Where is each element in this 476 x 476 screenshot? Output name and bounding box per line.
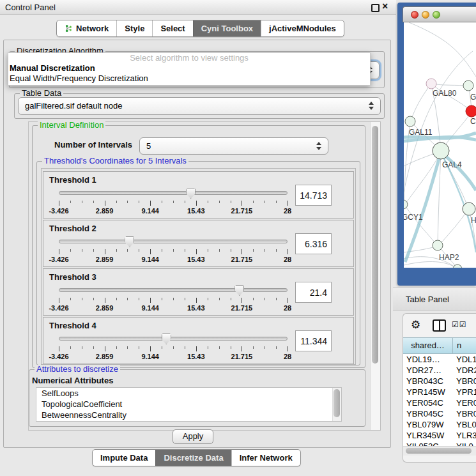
- network-node[interactable]: [433, 240, 443, 250]
- node-label: GAL80: [433, 89, 457, 98]
- node-label: GCY1: [404, 213, 423, 222]
- network-window-titlebar[interactable]: [403, 6, 476, 22]
- threshold-slider[interactable]: [59, 284, 288, 296]
- table-data-combo[interactable]: galFiltered.sif default node: [18, 97, 381, 115]
- tick-mark: [242, 346, 242, 351]
- list-scrollbar[interactable]: [332, 388, 341, 421]
- column-header[interactable]: shared…: [403, 338, 453, 353]
- attribute-item[interactable]: TopologicalCoefficient: [36, 399, 341, 410]
- tick-mark: [231, 346, 231, 349]
- minimize-traffic-light-icon[interactable]: [422, 11, 429, 19]
- table-row[interactable]: YDR27…YDR2: [403, 365, 476, 376]
- slider-thumb[interactable]: [186, 188, 196, 199]
- float-window-icon[interactable]: [371, 4, 380, 12]
- slider-thumb[interactable]: [125, 236, 134, 247]
- table-row[interactable]: YBR045CYBR0: [403, 408, 476, 419]
- zoom-traffic-light-icon[interactable]: [433, 11, 440, 19]
- tick-mark: [208, 249, 208, 252]
- slider-thumb[interactable]: [234, 285, 244, 296]
- horizontal-scrollbar[interactable]: [403, 446, 476, 456]
- tick-label: 2.859: [96, 304, 114, 312]
- tick-label: 21.715: [231, 256, 253, 263]
- checkbox-icons[interactable]: ☑☑: [452, 320, 467, 329]
- tab-impute-data[interactable]: Impute Data: [93, 450, 155, 466]
- tab-network[interactable]: Network: [57, 20, 116, 36]
- table-panel-box: ⚙ ☑☑ shared…n YDL19…YDL1YDR27…YDR2YBR043…: [403, 313, 476, 463]
- tick-mark: [173, 298, 174, 300]
- threshold-label: Threshold 2: [49, 224, 96, 233]
- number-of-intervals-combo[interactable]: 5: [139, 137, 328, 155]
- tab-jactivemnodules[interactable]: jActiveMNodules: [261, 20, 344, 36]
- tab-infer-network[interactable]: Infer Network: [231, 450, 300, 466]
- tick-label: -3.426: [49, 353, 68, 360]
- group-title: Interval Definition: [38, 121, 105, 130]
- tick-mark: [93, 346, 94, 349]
- threshold-value-field[interactable]: 14.713: [295, 185, 332, 206]
- tick-mark: [162, 298, 162, 300]
- table-row[interactable]: YBR043CYBR0: [403, 376, 476, 387]
- tick-mark: [127, 249, 128, 252]
- table-row[interactable]: YER054CYER0: [403, 397, 476, 408]
- close-icon[interactable]: ×: [382, 1, 388, 12]
- algorithm-option[interactable]: Manual Discretization: [8, 63, 370, 73]
- threshold-value-field[interactable]: 21.4: [295, 282, 332, 303]
- tab-cyni-toolbox[interactable]: Cyni Toolbox: [193, 20, 261, 36]
- apply-button[interactable]: Apply: [173, 429, 213, 444]
- top-tab-bar: NetworkStyleSelectCyni ToolboxjActiveMNo…: [56, 20, 344, 37]
- threshold-slider[interactable]: [59, 333, 288, 344]
- column-header[interactable]: n: [453, 338, 476, 353]
- tab-label: Network: [76, 24, 109, 33]
- table-row[interactable]: YPR145WYPR1: [403, 387, 476, 397]
- slider-thumb[interactable]: [162, 334, 171, 344]
- numerical-attributes-list[interactable]: SelfLoopsTopologicalCoefficientBetweenne…: [36, 387, 342, 422]
- column-layout-icon[interactable]: [433, 319, 446, 332]
- tick-mark: [105, 249, 105, 254]
- attribute-item[interactable]: BetweennessCentrality: [36, 410, 341, 420]
- tick-label: -3.426: [49, 207, 68, 215]
- table-row[interactable]: YIL052CYIL0: [403, 441, 476, 446]
- gear-icon[interactable]: ⚙: [411, 318, 420, 332]
- network-node[interactable]: [463, 203, 475, 215]
- tick-mark: [82, 249, 82, 252]
- slider-tick-labels: -3.4262.8599.14415.4321.71528: [59, 207, 288, 215]
- node-label: H: [471, 216, 476, 225]
- table-row[interactable]: YLR345WYLR3: [403, 430, 476, 441]
- scrollbar-thumb[interactable]: [372, 126, 378, 364]
- attribute-item[interactable]: SelfLoops: [36, 388, 341, 399]
- threshold-slider[interactable]: [59, 187, 288, 199]
- tab-style[interactable]: Style: [116, 20, 152, 36]
- network-canvas[interactable]: GAL80GACGAL11GAL4GCY1HHAP2: [404, 22, 476, 268]
- tick-mark: [150, 298, 151, 303]
- network-node[interactable]: [466, 105, 476, 117]
- cell-shared-name: YIL052C: [403, 441, 453, 446]
- table-row[interactable]: YDL19…YDL1: [403, 354, 476, 365]
- close-traffic-light-icon[interactable]: [411, 11, 418, 19]
- network-node[interactable]: [463, 81, 473, 91]
- tick-mark: [116, 249, 117, 252]
- tab-discretize-data[interactable]: Discretize Data: [155, 450, 231, 466]
- vertical-scrollbar[interactable]: [370, 122, 380, 430]
- cell-name: YBR0: [453, 408, 476, 419]
- tick-mark: [173, 346, 174, 349]
- threshold-value-field[interactable]: 6.316: [295, 233, 332, 254]
- tick-mark: [70, 298, 71, 300]
- tick-label: 9.144: [141, 256, 159, 263]
- tick-mark: [219, 201, 220, 203]
- tab-select[interactable]: Select: [152, 20, 192, 36]
- threshold-slider[interactable]: [59, 236, 288, 247]
- tick-mark: [242, 201, 242, 206]
- tick-mark: [185, 201, 185, 203]
- tick-mark: [219, 346, 220, 349]
- threshold-value-field[interactable]: 11.344: [295, 330, 332, 351]
- tick-label: 2.859: [96, 256, 114, 263]
- scrollbar-thumb[interactable]: [406, 448, 472, 454]
- algorithm-popup: Select algorithm to view settings Manual…: [8, 52, 371, 86]
- algorithm-option[interactable]: Equal Width/Frequency Discretization: [8, 73, 370, 84]
- network-node[interactable]: [405, 116, 415, 127]
- scrollbar-thumb[interactable]: [334, 389, 340, 417]
- tick-mark: [196, 249, 197, 254]
- table-row[interactable]: YBL079WYBL0: [403, 419, 476, 430]
- network-node[interactable]: [426, 79, 436, 89]
- network-node[interactable]: [433, 142, 449, 159]
- network-icon: [65, 24, 73, 33]
